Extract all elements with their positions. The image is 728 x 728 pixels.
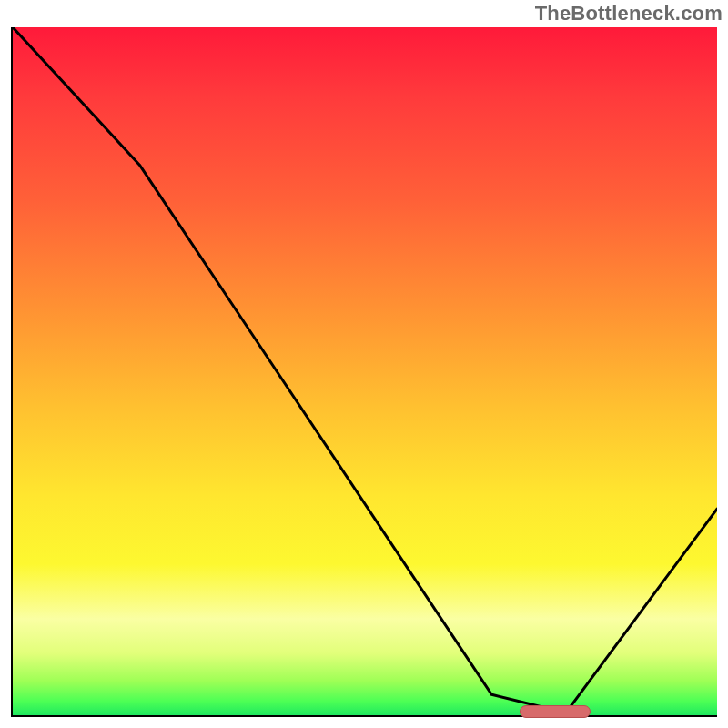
bottleneck-curve (13, 27, 717, 715)
chart-container: TheBottleneck.com (0, 0, 728, 728)
plot-area (11, 27, 717, 717)
watermark-text: TheBottleneck.com (535, 2, 723, 25)
optimal-marker (520, 705, 590, 718)
